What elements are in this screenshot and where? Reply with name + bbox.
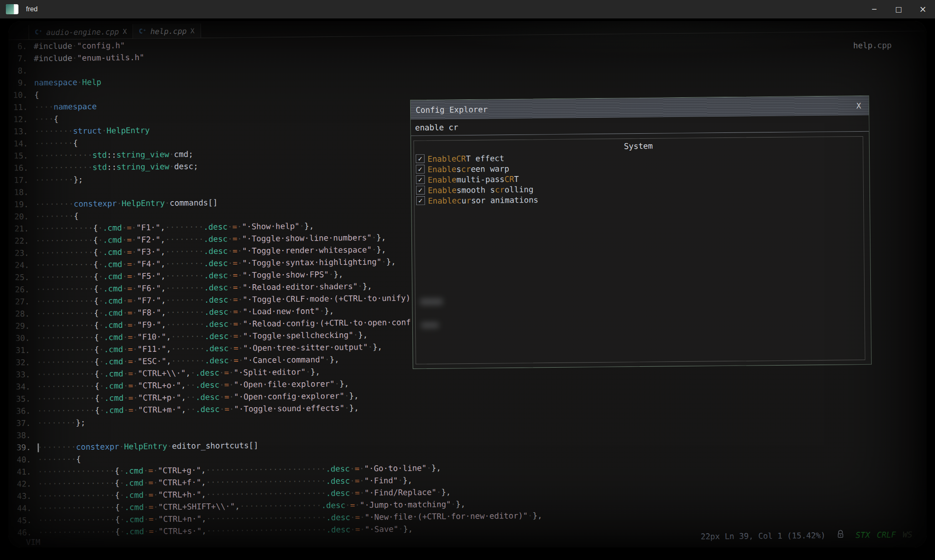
option-text: Enable: [427, 154, 456, 163]
code-token: =: [232, 234, 237, 243]
code-token: =: [148, 466, 153, 475]
code-token: ·: [238, 295, 243, 304]
code-token: "·Jump·to·matching": [360, 499, 451, 509]
code-token: .cmd: [104, 345, 123, 354]
code-token: ,: [161, 283, 166, 293]
code-token: ·: [123, 381, 128, 390]
code-token: ············: [37, 381, 94, 391]
code-token: ·: [120, 515, 125, 524]
code-token: ·: [122, 223, 127, 232]
code-token: ·: [153, 466, 158, 475]
code-token: ·: [427, 463, 432, 472]
code-token: .desc: [204, 295, 228, 304]
line-number: 41.: [10, 466, 31, 478]
code-token: {: [95, 405, 100, 415]
code-token: ················: [38, 503, 115, 513]
code-token: =: [128, 357, 133, 366]
code-token: ·: [360, 512, 365, 521]
code-token: ········: [165, 234, 204, 244]
checkbox-checked[interactable]: ✓: [416, 165, 425, 174]
code-token: ·: [123, 332, 128, 342]
line-number: 34.: [9, 381, 30, 393]
titlebar: fred ─□×: [0, 0, 935, 18]
code-token: ········: [166, 271, 204, 280]
code-token: ·: [360, 524, 365, 534]
option-text: s: [456, 164, 461, 174]
code-token: "F5·": [137, 271, 161, 281]
line-number: 6.: [8, 40, 27, 52]
code-token: Help: [82, 77, 102, 86]
code-token: =: [127, 223, 132, 232]
code-token: ·: [350, 464, 355, 473]
code-token: ·: [124, 405, 129, 415]
code-token: ·: [237, 258, 242, 267]
option-text: cr: [461, 164, 471, 173]
code-token: ·: [133, 405, 138, 415]
code-token: ·: [167, 441, 172, 451]
code-token: std: [92, 150, 107, 159]
code-token: =: [233, 258, 238, 267]
code-token: ·: [122, 259, 127, 269]
tab-audio-engine.cpp[interactable]: C⁺audio-engine.cppX: [29, 24, 133, 39]
code-token: .cmd: [104, 332, 123, 342]
code-token: ················: [38, 490, 115, 500]
popup-close-icon[interactable]: X: [856, 96, 861, 115]
code-token: =: [148, 490, 154, 499]
code-token: .desc: [204, 283, 228, 292]
option-text: r: [466, 195, 471, 205]
code-token: #include: [34, 41, 72, 51]
code-token: {: [115, 503, 120, 512]
code-token: {: [94, 284, 99, 293]
maximize-button[interactable]: □: [886, 0, 911, 18]
option-text: Enable: [427, 164, 456, 174]
code-token: ·················: [240, 500, 321, 511]
tab-close-icon[interactable]: X: [123, 27, 127, 35]
code-token: ·: [99, 308, 104, 317]
checkbox-checked[interactable]: ✓: [416, 154, 425, 163]
code-token: =: [224, 380, 229, 389]
code-token: .desc: [203, 234, 227, 244]
code-token: ·: [228, 295, 233, 304]
checkbox-checked[interactable]: ✓: [416, 186, 425, 194]
checkbox-checked[interactable]: ✓: [416, 175, 425, 184]
code-token: ·: [99, 296, 104, 305]
code-token: ·: [398, 524, 404, 533]
code-token: ,: [201, 490, 206, 499]
code-token: =: [128, 345, 133, 354]
code-token: ·: [131, 223, 136, 232]
code-token: ,: [161, 247, 166, 256]
checkbox-checked[interactable]: ✓: [416, 196, 425, 205]
code-token: ,: [161, 271, 166, 280]
code-token: "·Toggle·syntax·highlighting": [242, 257, 381, 267]
code-token: =: [128, 308, 133, 317]
code-token: ·························: [206, 525, 326, 535]
option-text: u: [461, 196, 466, 205]
code-token: };: [73, 175, 83, 184]
code-token: {: [93, 223, 98, 232]
app-icon: [6, 4, 18, 14]
close-button[interactable]: ×: [911, 0, 935, 18]
tab-close-icon[interactable]: X: [190, 27, 195, 35]
line-number: 35.: [9, 393, 30, 405]
code-token: "·Toggle·sound·effects": [234, 403, 344, 414]
code-token: ·: [238, 307, 243, 316]
code-token: ·: [132, 272, 137, 281]
code-token: =: [224, 404, 229, 413]
code-token: ·: [229, 392, 234, 401]
line-number: 36.: [10, 405, 31, 417]
option-text: Enable: [428, 185, 457, 195]
code-token: ·: [335, 379, 340, 388]
minimize-button[interactable]: ─: [862, 0, 886, 18]
code-token: ········: [38, 442, 76, 452]
config-options-panel: System ✓Enable CRT effect✓Enable screen …: [414, 136, 865, 364]
code-token: .cmd: [103, 247, 122, 257]
option-text: Enable: [427, 175, 456, 184]
code-token: .cmd: [104, 357, 123, 366]
code-token: .desc: [326, 525, 350, 534]
statusbar-right: 22px Ln 39, Col 1 (15.42%) STXCRLFWS: [701, 529, 912, 542]
lock-icon[interactable]: [836, 529, 845, 540]
code-token: =: [224, 368, 229, 377]
code-token: ·: [228, 258, 233, 267]
code-token: ············: [36, 345, 94, 355]
tab-help.cpp[interactable]: C⁺help.cppX: [133, 23, 201, 39]
